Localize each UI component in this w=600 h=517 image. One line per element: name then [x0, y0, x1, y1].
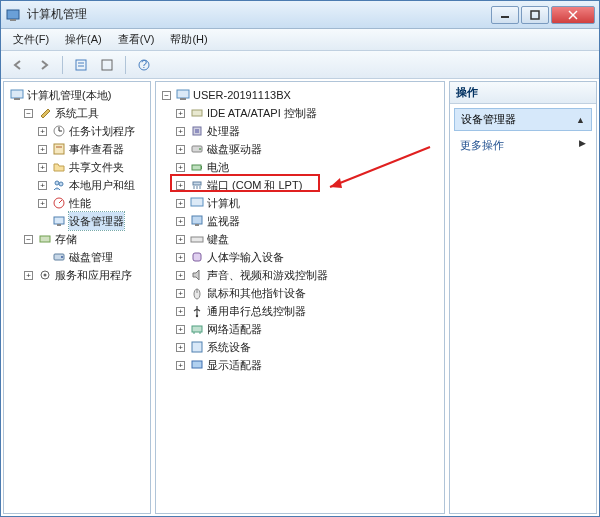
tree-performance[interactable]: +性能 — [36, 194, 148, 212]
close-button[interactable] — [551, 6, 595, 24]
expand-icon[interactable]: + — [176, 253, 185, 262]
collapse-icon[interactable]: − — [162, 91, 171, 100]
svg-rect-32 — [192, 110, 202, 116]
device-network[interactable]: +网络适配器 — [174, 320, 442, 338]
svg-rect-31 — [180, 98, 186, 100]
device-hid[interactable]: +人体学输入设备 — [174, 248, 442, 266]
tree-root[interactable]: 计算机管理(本地) — [8, 86, 148, 104]
minimize-button[interactable] — [491, 6, 519, 24]
tree-label: 任务计划程序 — [69, 122, 135, 140]
device-cpu[interactable]: +处理器 — [174, 122, 442, 140]
display-icon — [190, 358, 204, 372]
tree-local-users[interactable]: +本地用户和组 — [36, 176, 148, 194]
expand-icon[interactable]: + — [38, 145, 47, 154]
more-actions-link[interactable]: 更多操作 ▶ — [450, 135, 596, 156]
tree-event-viewer[interactable]: +事件查看器 — [36, 140, 148, 158]
device-usb[interactable]: +通用串行总线控制器 — [174, 302, 442, 320]
tree-label: 服务和应用程序 — [55, 266, 132, 284]
tree-label: 网络适配器 — [207, 320, 262, 338]
blank-toggle — [38, 217, 47, 226]
tree-label: 计算机管理(本地) — [27, 86, 111, 104]
menu-action[interactable]: 操作(A) — [57, 30, 110, 49]
help-button[interactable]: ? — [133, 54, 155, 76]
device-monitor[interactable]: +监视器 — [174, 212, 442, 230]
svg-rect-12 — [11, 90, 23, 98]
device-mouse[interactable]: +鼠标和其他指针设备 — [174, 284, 442, 302]
expand-icon[interactable]: + — [176, 271, 185, 280]
svg-rect-49 — [193, 253, 201, 261]
network-icon — [190, 322, 204, 336]
maximize-button[interactable] — [521, 6, 549, 24]
refresh-button[interactable] — [96, 54, 118, 76]
tree-label: 系统工具 — [55, 104, 99, 122]
expand-icon[interactable]: + — [176, 343, 185, 352]
menu-help[interactable]: 帮助(H) — [162, 30, 215, 49]
expand-icon[interactable]: + — [38, 199, 47, 208]
expand-icon[interactable]: + — [176, 163, 185, 172]
device-tree-root[interactable]: − USER-20191113BX — [160, 86, 442, 104]
expand-icon[interactable]: + — [176, 127, 185, 136]
hid-icon — [190, 250, 204, 264]
tree-label: 事件查看器 — [69, 140, 124, 158]
tree-services[interactable]: + 服务和应用程序 — [22, 266, 148, 284]
left-pane: 计算机管理(本地) − 系统工具 +任务计划程序 — [3, 81, 151, 514]
expand-icon[interactable]: + — [176, 289, 185, 298]
back-button[interactable] — [7, 54, 29, 76]
device-tree: − USER-20191113BX +IDE ATA/ATAPI 控制器 +处理… — [156, 82, 444, 378]
ide-icon — [190, 106, 204, 120]
device-ide[interactable]: +IDE ATA/ATAPI 控制器 — [174, 104, 442, 122]
tree-task-scheduler[interactable]: +任务计划程序 — [36, 122, 148, 140]
tree-storage[interactable]: − 存储 — [22, 230, 148, 248]
tree-label: 性能 — [69, 194, 91, 212]
tree-shared-folders[interactable]: +共享文件夹 — [36, 158, 148, 176]
expand-icon[interactable]: + — [24, 271, 33, 280]
expand-icon[interactable]: + — [176, 145, 185, 154]
collapse-icon[interactable]: − — [24, 235, 33, 244]
device-icon — [52, 214, 66, 228]
collapse-icon[interactable]: − — [24, 109, 33, 118]
device-system[interactable]: +系统设备 — [174, 338, 442, 356]
annotation-box — [170, 174, 320, 192]
tree-label: 磁盘管理 — [69, 248, 113, 266]
disk-drive-icon — [190, 142, 204, 156]
expand-icon[interactable]: + — [176, 217, 185, 226]
tree-label: 存储 — [55, 230, 77, 248]
tree-label: 声音、视频和游戏控制器 — [207, 266, 328, 284]
actions-selected-label: 设备管理器 — [461, 112, 516, 127]
device-keyboard[interactable]: +键盘 — [174, 230, 442, 248]
svg-rect-9 — [102, 60, 112, 70]
expand-icon[interactable]: + — [38, 127, 47, 136]
tree-systools[interactable]: − 系统工具 — [22, 104, 148, 122]
tree-label: 设备管理器 — [69, 212, 124, 230]
svg-marker-59 — [330, 178, 342, 188]
tree-label: 系统设备 — [207, 338, 251, 356]
expand-icon[interactable]: + — [176, 307, 185, 316]
expand-icon[interactable]: + — [176, 235, 185, 244]
properties-button[interactable] — [70, 54, 92, 76]
event-icon — [52, 142, 66, 156]
tree-label: 通用串行总线控制器 — [207, 302, 306, 320]
device-display[interactable]: +显示适配器 — [174, 356, 442, 374]
expand-icon[interactable]: + — [176, 109, 185, 118]
tree-disk-management[interactable]: 磁盘管理 — [36, 248, 148, 266]
menu-view[interactable]: 查看(V) — [110, 30, 163, 49]
device-sound[interactable]: +声音、视频和游戏控制器 — [174, 266, 442, 284]
svg-point-29 — [44, 274, 47, 277]
expand-icon[interactable]: + — [176, 199, 185, 208]
right-pane: 操作 设备管理器 ▲ 更多操作 ▶ — [449, 81, 597, 514]
expand-icon[interactable]: + — [38, 181, 47, 190]
services-icon — [38, 268, 52, 282]
menu-file[interactable]: 文件(F) — [5, 30, 57, 49]
expand-icon[interactable]: + — [38, 163, 47, 172]
tree-label: 共享文件夹 — [69, 158, 124, 176]
svg-rect-24 — [57, 224, 61, 226]
tree-device-manager[interactable]: 设备管理器 — [36, 212, 148, 230]
window-title: 计算机管理 — [27, 6, 491, 23]
svg-point-52 — [196, 315, 198, 317]
expand-icon[interactable]: + — [176, 361, 185, 370]
expand-icon[interactable]: + — [176, 325, 185, 334]
svg-rect-34 — [195, 129, 199, 133]
actions-selected[interactable]: 设备管理器 ▲ — [454, 108, 592, 131]
svg-point-20 — [59, 182, 63, 186]
forward-button[interactable] — [33, 54, 55, 76]
